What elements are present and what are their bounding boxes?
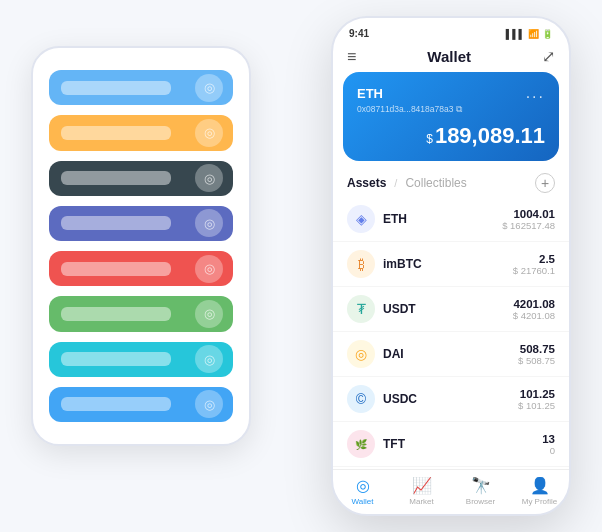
asset-item-imbtc[interactable]: ₿imBTC2.5$ 21760.1 — [333, 242, 569, 287]
assets-tabs: Assets / Collectibles — [347, 176, 467, 190]
dai-amount-main: 508.75 — [518, 343, 555, 355]
status-time: 9:41 — [349, 28, 369, 39]
card-row-6[interactable]: ◎ — [49, 342, 233, 377]
eth-card[interactable]: ETH ... 0x08711d3a...8418a78a3 ⧉ $189,08… — [343, 72, 559, 161]
usdt-amount-main: 4201.08 — [513, 298, 555, 310]
card-row-bar — [61, 397, 171, 411]
copy-icon[interactable]: ⧉ — [456, 104, 462, 114]
tab-assets[interactable]: Assets — [347, 176, 386, 190]
browser-tab-icon: 🔭 — [471, 476, 491, 495]
asset-item-usdt[interactable]: ₮USDT4201.08$ 4201.08 — [333, 287, 569, 332]
status-bar: 9:41 ▌▌▌ 📶 🔋 — [333, 18, 569, 43]
tft-amounts: 130 — [542, 433, 555, 456]
usdt-amount-usd: $ 4201.08 — [513, 310, 555, 321]
market-tab-icon: 📈 — [412, 476, 432, 495]
card-row-bar — [61, 262, 171, 276]
dai-name: DAI — [383, 347, 518, 361]
tab-collectibles[interactable]: Collectibles — [405, 176, 466, 190]
eth-amount-usd: $ 162517.48 — [502, 220, 555, 231]
scene: ◎◎◎◎◎◎◎◎ 9:41 ▌▌▌ 📶 🔋 ≡ Wallet ⤢ ETH ... — [21, 16, 581, 516]
tab-browser[interactable]: 🔭Browser — [451, 476, 510, 506]
assets-header: Assets / Collectibles + — [333, 169, 569, 197]
asset-item-usdc[interactable]: ©USDC101.25$ 101.25 — [333, 377, 569, 422]
usdt-icon: ₮ — [347, 295, 375, 323]
tft-amount-usd: 0 — [542, 445, 555, 456]
usdc-icon: © — [347, 385, 375, 413]
dai-amount-usd: $ 508.75 — [518, 355, 555, 366]
card-row-5[interactable]: ◎ — [49, 296, 233, 331]
eth-card-amount: $189,089.11 — [357, 123, 545, 149]
nav-title: Wallet — [427, 48, 471, 65]
asset-list: ◈ETH1004.01$ 162517.48₿imBTC2.5$ 21760.1… — [333, 197, 569, 469]
imbtc-amount-usd: $ 21760.1 — [513, 265, 555, 276]
tab-separator: / — [394, 177, 397, 189]
eth-card-address: 0x08711d3a...8418a78a3 ⧉ — [357, 104, 545, 115]
eth-amounts: 1004.01$ 162517.48 — [502, 208, 555, 231]
card-row-icon: ◎ — [195, 255, 223, 283]
usdc-amounts: 101.25$ 101.25 — [518, 388, 555, 411]
signal-icon: ▌▌▌ — [506, 29, 525, 39]
eth-amount-main: 1004.01 — [502, 208, 555, 220]
card-row-3[interactable]: ◎ — [49, 206, 233, 241]
tft-amount-main: 13 — [542, 433, 555, 445]
wallet-tab-icon: ◎ — [356, 476, 370, 495]
card-row-0[interactable]: ◎ — [49, 70, 233, 105]
menu-icon[interactable]: ≡ — [347, 48, 356, 66]
card-row-bar — [61, 352, 171, 366]
card-row-icon: ◎ — [195, 74, 223, 102]
card-row-bar — [61, 126, 171, 140]
eth-card-header: ETH ... — [357, 84, 545, 102]
asset-item-eth[interactable]: ◈ETH1004.01$ 162517.48 — [333, 197, 569, 242]
card-row-bar — [61, 171, 171, 185]
expand-icon[interactable]: ⤢ — [542, 47, 555, 66]
card-row-4[interactable]: ◎ — [49, 251, 233, 286]
card-row-1[interactable]: ◎ — [49, 115, 233, 150]
card-row-icon: ◎ — [195, 119, 223, 147]
card-row-icon: ◎ — [195, 164, 223, 192]
tab-profile[interactable]: 👤My Profile — [510, 476, 569, 506]
nav-bar: ≡ Wallet ⤢ — [333, 43, 569, 72]
card-row-2[interactable]: ◎ — [49, 161, 233, 196]
card-row-icon: ◎ — [195, 345, 223, 373]
tab-wallet[interactable]: ◎Wallet — [333, 476, 392, 506]
tft-name: TFT — [383, 437, 542, 451]
card-row-icon: ◎ — [195, 300, 223, 328]
usdt-amounts: 4201.08$ 4201.08 — [513, 298, 555, 321]
usdc-amount-usd: $ 101.25 — [518, 400, 555, 411]
profile-tab-label: My Profile — [522, 497, 558, 506]
tft-icon: 🌿 — [347, 430, 375, 458]
add-asset-button[interactable]: + — [535, 173, 555, 193]
card-row-icon: ◎ — [195, 209, 223, 237]
asset-item-tft[interactable]: 🌿TFT130 — [333, 422, 569, 467]
dai-icon: ◎ — [347, 340, 375, 368]
wifi-icon: 📶 — [528, 29, 539, 39]
battery-icon: 🔋 — [542, 29, 553, 39]
eth-card-more[interactable]: ... — [526, 84, 545, 102]
card-row-bar — [61, 81, 171, 95]
imbtc-icon: ₿ — [347, 250, 375, 278]
card-row-bar — [61, 307, 171, 321]
status-icons: ▌▌▌ 📶 🔋 — [506, 29, 553, 39]
phone-foreground: 9:41 ▌▌▌ 📶 🔋 ≡ Wallet ⤢ ETH ... 0x08711d… — [331, 16, 571, 516]
eth-name: ETH — [383, 212, 502, 226]
usdc-name: USDC — [383, 392, 518, 406]
card-row-7[interactable]: ◎ — [49, 387, 233, 422]
card-row-bar — [61, 216, 171, 230]
usdc-amount-main: 101.25 — [518, 388, 555, 400]
card-row-icon: ◎ — [195, 390, 223, 418]
eth-icon: ◈ — [347, 205, 375, 233]
imbtc-name: imBTC — [383, 257, 513, 271]
imbtc-amount-main: 2.5 — [513, 253, 555, 265]
market-tab-label: Market — [409, 497, 433, 506]
profile-tab-icon: 👤 — [530, 476, 550, 495]
phone-background: ◎◎◎◎◎◎◎◎ — [31, 46, 251, 446]
imbtc-amounts: 2.5$ 21760.1 — [513, 253, 555, 276]
tab-bar: ◎Wallet📈Market🔭Browser👤My Profile — [333, 469, 569, 514]
dai-amounts: 508.75$ 508.75 — [518, 343, 555, 366]
asset-item-dai[interactable]: ◎DAI508.75$ 508.75 — [333, 332, 569, 377]
tab-market[interactable]: 📈Market — [392, 476, 451, 506]
usdt-name: USDT — [383, 302, 513, 316]
wallet-tab-label: Wallet — [352, 497, 374, 506]
browser-tab-label: Browser — [466, 497, 495, 506]
eth-card-label: ETH — [357, 86, 383, 101]
